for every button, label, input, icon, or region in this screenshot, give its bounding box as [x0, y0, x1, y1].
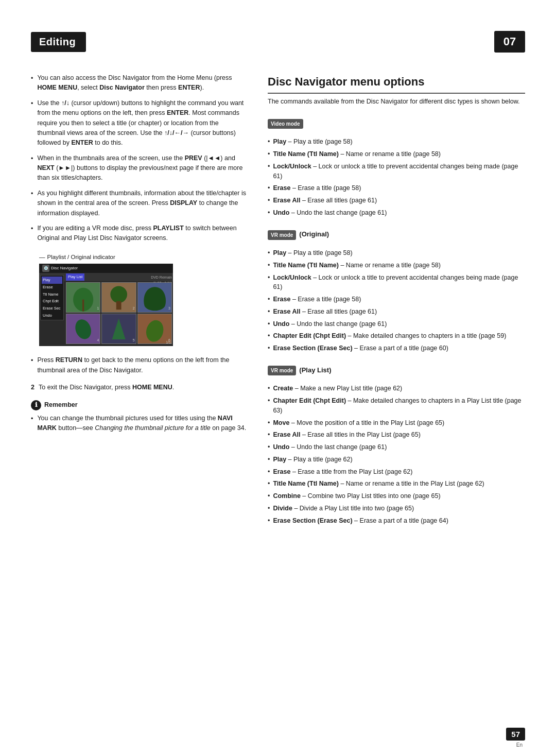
list-item: • Title Name (Ttl Name) – Name or rename… — [268, 479, 525, 489]
vr-mode-badge: VR mode — [268, 230, 296, 240]
nav-thumb-4: 4 — [66, 314, 100, 344]
item-text: Title Name (Ttl Name) – Name or rename a… — [273, 261, 441, 270]
content-columns: • You can also access the Disc Navigator… — [31, 73, 525, 532]
list-item: • Use the ↑/↓ (cursor up/down) buttons t… — [31, 98, 247, 148]
step-number: 2 — [31, 383, 34, 392]
remember-box: ℹ Remember • You can change the thumbnai… — [31, 400, 247, 434]
remember-title: Remember — [44, 400, 78, 410]
nav-thumb-3: 3 — [137, 282, 172, 313]
remember-icon: ℹ — [31, 400, 41, 410]
list-item: • Erase – Erase a title (page 58) — [268, 295, 525, 304]
vr-playlist-section: VR mode (Play List) • Create – Make a ne… — [268, 360, 525, 526]
right-column: Disc Navigator menu options The commands… — [268, 73, 525, 532]
list-item: • Create – Make a new Play List title (p… — [268, 384, 525, 393]
list-item: • If you are editing a VR mode disc, pre… — [31, 224, 247, 244]
bullet-dot: • — [31, 414, 33, 434]
bullet-dot: • — [268, 273, 270, 293]
mode-header-vr-playlist: VR mode (Play List) — [268, 360, 525, 380]
bullet-text: Press RETURN to get back to the menu opt… — [37, 355, 247, 375]
bullet-dot: • — [268, 384, 270, 393]
page-container: Editing 07 • You can also access the Dis… — [0, 0, 556, 756]
thumb-num: 2 — [133, 306, 135, 312]
bullet-dot: • — [268, 504, 270, 513]
item-text: Chapter Edit (Chpt Edit) – Make detailed… — [273, 396, 525, 416]
page-number: 57 — [506, 728, 525, 741]
remember-text: You can change the thumbnail pictures us… — [37, 414, 247, 434]
section-title: Disc Navigator menu options — [268, 73, 525, 94]
item-text: Erase – Erase a title from the Play List… — [273, 467, 412, 477]
list-item: • Erase – Erase a title (page 58) — [268, 183, 525, 193]
item-text: Play – Play a title (page 58) — [273, 137, 352, 147]
svg-rect-3 — [116, 301, 121, 310]
bullet-text: When in the thumbnails area of the scree… — [37, 153, 247, 183]
bullet-dot: • — [268, 208, 270, 218]
vr-playlist-items: • Create – Make a new Play List title (p… — [268, 384, 525, 525]
item-text: Erase All – Erase all titles (page 61) — [273, 307, 377, 317]
item-text: Lock/Unlock – Lock or unlock a title to … — [273, 162, 525, 181]
bullet-dot: • — [31, 356, 33, 375]
remember-header: ℹ Remember — [31, 400, 247, 410]
nav-page-indicator: 1/1 — [166, 340, 171, 346]
item-text: Play – Play a title (page 58) — [273, 248, 352, 258]
bullet-dot: • — [268, 183, 270, 193]
list-item: • Chapter Edit (Chpt Edit) – Make detail… — [268, 396, 525, 416]
list-item: • Erase All – Erase all titles in the Pl… — [268, 430, 525, 440]
page-lang: En — [516, 742, 523, 748]
bullet-dot: • — [31, 99, 33, 148]
item-text: Play – Play a title (page 62) — [273, 455, 352, 465]
vr-original-items: • Play – Play a title (page 58) • Title … — [268, 248, 525, 353]
bullet-dot: • — [268, 162, 270, 181]
bullet-dot: • — [268, 295, 270, 304]
chapter-title: Editing — [31, 32, 86, 52]
bullet-dot: • — [268, 307, 270, 317]
step-text: To exit the Disc Navigator, press HOME M… — [39, 383, 174, 392]
sidebar-item-ttlname: Ttl Name — [42, 291, 62, 298]
list-item: • Lock/Unlock – Lock or unlock a title t… — [268, 162, 525, 181]
bullet-dot: • — [268, 491, 270, 501]
item-text: Erase – Erase a title (page 58) — [273, 183, 361, 193]
list-item: • Play – Play a title (page 58) — [268, 137, 525, 147]
nav-screen-title: Disc Navigator — [51, 265, 78, 271]
remember-item: • You can change the thumbnail pictures … — [31, 414, 247, 434]
list-item: • Play – Play a title (page 62) — [268, 455, 525, 465]
nav-screen: 💿 Disc Navigator Play List Play Erase Tt… — [39, 264, 173, 346]
video-mode-section: Video mode • Play – Play a title (page 5… — [268, 114, 525, 218]
thumb-num: 5 — [133, 338, 135, 343]
item-text: Lock/Unlock – Lock or unlock a title to … — [273, 273, 525, 293]
chapter-number: 07 — [494, 31, 525, 53]
nav-thumb-1: 1 — [66, 282, 100, 313]
bullet-dot: • — [268, 418, 270, 428]
sidebar-item-chptedit: Chpt Edit — [42, 298, 62, 305]
bullet-dot: • — [268, 442, 270, 452]
vr-mode-badge-2: VR mode — [268, 366, 296, 376]
item-text: Erase Section (Erase Sec) – Erase a part… — [273, 343, 448, 353]
list-item: • Divide – Divide a Play List title into… — [268, 504, 525, 513]
nav-top-bar: 💿 Disc Navigator — [39, 264, 173, 273]
bullet-dot: • — [268, 261, 270, 270]
thumb-num: 1 — [97, 306, 99, 312]
bullet-dot: • — [268, 196, 270, 205]
thumb-num: 4 — [97, 338, 99, 343]
vr-original-label: (Original) — [299, 229, 329, 239]
vr-original-section: VR mode (Original) • Play – Play a title… — [268, 225, 525, 353]
bullet-dot: • — [268, 430, 270, 440]
section-intro: The commands available from the Disc Nav… — [268, 97, 525, 107]
sidebar-item-undo: Undo — [42, 312, 62, 319]
list-item: • Erase All – Erase all titles (page 61) — [268, 307, 525, 317]
thumb-num: 3 — [168, 306, 170, 312]
diagram-label: — Playlist / Original indicator — [39, 253, 247, 262]
list-item: • Press RETURN to get back to the menu o… — [31, 355, 247, 375]
bullet-dot: • — [31, 154, 33, 183]
list-item: • Erase – Erase a title from the Play Li… — [268, 467, 525, 477]
bullet-text: As you highlight different thumbnails, i… — [37, 188, 247, 218]
bullet-dot: • — [268, 467, 270, 477]
bullet-dot: • — [268, 479, 270, 489]
bullet-dot: • — [268, 137, 270, 147]
bullet-dot: • — [268, 516, 270, 526]
item-text: Erase Section (Erase Sec) – Erase a part… — [273, 516, 448, 526]
bullet-dot: • — [31, 74, 33, 93]
item-text: Erase All – Erase all titles (page 61) — [273, 196, 377, 205]
item-text: Erase – Erase a title (page 58) — [273, 295, 361, 304]
item-text: Undo – Undo the last change (page 61) — [273, 442, 387, 452]
bullet-text: You can also access the Disc Navigator f… — [37, 73, 247, 93]
